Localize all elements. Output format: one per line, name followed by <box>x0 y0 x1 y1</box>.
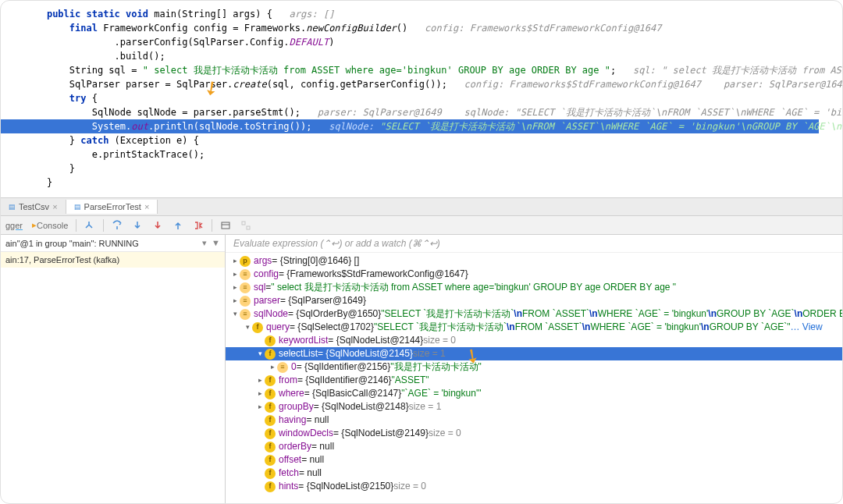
variable-node[interactable]: ffetch = null <box>226 467 842 480</box>
code-line[interactable]: final FrameworkConfig config = Framework… <box>24 21 842 35</box>
variable-node[interactable]: fhaving = null <box>226 413 842 427</box>
step-out-icon[interactable] <box>171 220 185 231</box>
console-tab[interactable]: ▸Console <box>30 220 69 230</box>
variable-node[interactable]: ▾≡sqlNode = {SqlOrderBy@1650} "SELECT `我… <box>226 307 842 321</box>
evaluate-icon[interactable] <box>219 220 233 231</box>
field-badge-icon: f <box>252 322 263 333</box>
variable-node[interactable]: ▸fwhere = {SqlBasicCall@2147} "`AGE` = '… <box>226 387 842 400</box>
variable-node[interactable]: ▸ffrom = {SqlIdentifier@2146} "ASSET" <box>226 374 842 387</box>
close-icon[interactable]: × <box>52 202 57 211</box>
code-line[interactable]: e.printStackTrace(); <box>24 147 842 161</box>
variable-node[interactable]: ▾fselectList = {SqlNodeList@2145} size =… <box>226 347 842 360</box>
trace-icon[interactable] <box>239 220 253 231</box>
separator <box>76 219 76 232</box>
code-line[interactable]: SqlNode sqlNode = parser.parseStmt(); pa… <box>24 105 842 119</box>
step-into-icon[interactable] <box>110 220 124 231</box>
variable-node[interactable]: fhints = {SqlNodeList@2150} size = 0 <box>226 480 842 493</box>
code-line[interactable]: .build(); <box>24 49 842 63</box>
expand-icon[interactable]: ▸ <box>255 374 265 387</box>
field-badge-icon: p <box>240 256 251 267</box>
field-badge-icon: ≡ <box>277 362 288 373</box>
field-badge-icon: f <box>265 481 276 492</box>
variables-panel[interactable]: Evaluate expression (⌃↩) or add a watch … <box>226 235 842 504</box>
code-line[interactable]: public static void main(String[] args) {… <box>24 7 842 21</box>
code-line[interactable]: } <box>24 161 842 176</box>
code-line[interactable]: } <box>24 176 842 190</box>
field-badge-icon: f <box>265 335 276 346</box>
field-badge-icon: ≡ <box>240 269 251 280</box>
stack-frame-row[interactable]: ain:17, ParseErrorTest (kafka) <box>1 252 225 268</box>
svg-rect-3 <box>247 226 250 229</box>
field-badge-icon: ≡ <box>240 309 251 320</box>
variable-node[interactable]: ▸pargs = {String[0]@1646} [] <box>226 254 842 268</box>
separator <box>212 219 212 232</box>
expand-icon[interactable]: ▸ <box>230 268 240 281</box>
field-badge-icon: f <box>265 455 276 466</box>
variable-node[interactable]: ▸fgroupBy = {SqlNodeList@2148} size = 1 <box>226 400 842 413</box>
file-tab[interactable]: ▤ParseErrorTest × <box>66 200 158 214</box>
variable-node[interactable]: ▸≡parser = {SqlParser@1649} <box>226 294 842 307</box>
variable-node[interactable]: fwindowDecls = {SqlNodeList@2149} size =… <box>226 427 842 440</box>
code-line[interactable]: try { <box>24 91 842 105</box>
filter-funnel-icon[interactable]: ▼ <box>212 238 220 248</box>
debug-tabs-bar: ▤TestCsv ×▤ParseErrorTest × <box>1 197 842 216</box>
code-editor[interactable]: public static void main(String[] args) {… <box>1 1 842 197</box>
field-badge-icon: f <box>265 415 276 426</box>
expand-icon[interactable]: ▾ <box>243 321 252 334</box>
close-icon[interactable]: × <box>144 202 149 211</box>
code-line[interactable]: .parserConfig(SqlParser.Config.DEFAULT) <box>24 35 842 49</box>
force-step-icon[interactable] <box>151 220 165 231</box>
expand-icon[interactable]: ▸ <box>255 387 265 400</box>
expand-icon[interactable]: ▸ <box>230 294 240 307</box>
variable-node[interactable]: foffset = null <box>226 453 842 467</box>
evaluate-input[interactable]: Evaluate expression (⌃↩) or add a watch … <box>226 235 842 253</box>
code-line[interactable]: System.out.println(sqlNode.toString()); … <box>1 119 819 133</box>
debugger-tab[interactable]: gger <box>4 221 24 230</box>
frames-panel[interactable]: ain"@1 in group "main": RUNNING ▾ ▼ ain:… <box>1 235 226 504</box>
variable-node[interactable]: fkeywordList = {SqlNodeList@2144} size =… <box>226 334 842 347</box>
field-badge-icon: f <box>265 349 276 360</box>
field-badge-icon: f <box>265 428 276 439</box>
run-to-cursor-icon[interactable] <box>191 220 205 231</box>
expand-icon[interactable]: ▸ <box>268 360 277 374</box>
variable-node[interactable]: forderBy = null <box>226 440 842 453</box>
code-line[interactable]: } catch (Exception e) { <box>24 133 842 147</box>
field-badge-icon: f <box>265 389 276 399</box>
variable-node[interactable]: ▸≡config = {Frameworks$StdFrameworkConfi… <box>226 268 842 281</box>
variable-node[interactable]: ▸≡0 = {SqlIdentifier@2156} "我是打卡活动卡活动" <box>226 360 842 374</box>
debug-lower: ain"@1 in group "main": RUNNING ▾ ▼ ain:… <box>1 235 842 504</box>
debug-toolbar: gger ▸Console <box>1 216 842 235</box>
code-line[interactable]: String sql = " select 我是打卡活动卡活动 from ASS… <box>24 63 842 77</box>
expand-icon[interactable]: ▾ <box>255 347 265 360</box>
filter-icon[interactable]: ▾ <box>202 238 207 248</box>
expand-icon[interactable]: ▾ <box>230 307 240 321</box>
field-badge-icon: f <box>265 402 276 413</box>
variable-node[interactable]: ▾fquery = {SqlSelect@1702} "SELECT `我是打卡… <box>226 321 842 334</box>
field-badge-icon: f <box>265 442 276 453</box>
expand-icon[interactable]: ▸ <box>230 254 240 268</box>
field-badge-icon: ≡ <box>240 296 251 307</box>
field-badge-icon: f <box>265 375 276 386</box>
thread-status[interactable]: ain"@1 in group "main": RUNNING ▾ ▼ <box>1 235 225 252</box>
step-down-icon[interactable] <box>130 220 144 231</box>
field-badge-icon: ≡ <box>240 282 251 293</box>
svg-rect-0 <box>222 222 229 229</box>
variable-node[interactable]: ▸≡sql = " select 我是打卡活动卡活动 from ASSET wh… <box>226 281 842 294</box>
separator <box>103 219 104 232</box>
file-tab[interactable]: ▤TestCsv × <box>1 200 66 214</box>
step-over-icon[interactable] <box>83 220 97 231</box>
expand-icon[interactable]: ▸ <box>230 281 240 294</box>
field-badge-icon: f <box>265 468 276 479</box>
svg-rect-2 <box>242 222 245 225</box>
expand-icon[interactable]: ▸ <box>255 400 265 413</box>
code-line[interactable]: SqlParser parser = SqlParser.create(sql,… <box>24 77 842 91</box>
